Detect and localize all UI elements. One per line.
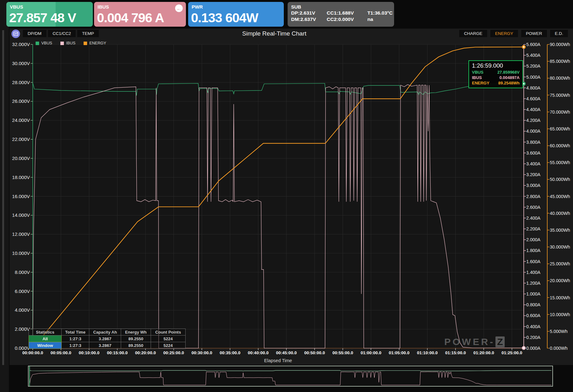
tooltip-time: 1:26:59.000 xyxy=(472,62,520,69)
tab-cc1-cc2[interactable]: CC1/CC2 xyxy=(48,30,76,37)
y-axis-label-v: 12.000V xyxy=(5,231,30,237)
y-axis-label-a: 1.400A xyxy=(526,270,540,275)
plot-area[interactable] xyxy=(33,44,524,348)
x-axis-label: 01:00:00.0 xyxy=(361,350,381,355)
stats-cell: 3.2867 xyxy=(89,342,121,349)
y-axis-label-v: 4.000V xyxy=(5,307,30,313)
x-axis-label: 00:15:00.0 xyxy=(107,350,127,355)
y-axis-label-a: 0.800A xyxy=(526,302,540,307)
y-axis-label-wh: 20.000Wh xyxy=(550,278,570,283)
stats-cell: 89.2550 xyxy=(121,336,151,342)
legend-item-vbus[interactable]: VBUS xyxy=(36,41,52,45)
x-axis-label: 00:25:00.0 xyxy=(163,350,184,355)
ibus-card-value: 0.004 796 A xyxy=(97,10,164,25)
y-axis-label-wh: 80.000Wh xyxy=(550,76,570,81)
y-axis-label-wh: 35.000Wh xyxy=(550,228,570,233)
x-axis-label: 01:20:00.0 xyxy=(473,350,494,355)
y-axis-label-v: 14.000V xyxy=(5,212,30,218)
chart-tooltip: 1:26:59.000 VBUS27.859968VIBUS0.004897AE… xyxy=(468,60,523,88)
stats-cell: 89.2550 xyxy=(121,342,151,349)
y-axis-label-a: 4.600A xyxy=(526,96,540,101)
tab-energy[interactable]: ENERGY xyxy=(490,30,518,37)
y-axis-label-v: 18.000V xyxy=(5,175,30,180)
vbus-card-label: VBUS xyxy=(10,4,23,10)
left-tab-group: DP/DMCC1/CC2TEMP xyxy=(23,30,99,37)
stats-row-label[interactable]: Window xyxy=(29,342,62,349)
x-axis-label: 00:40:00.0 xyxy=(248,350,269,355)
legend-swatch xyxy=(36,42,39,45)
x-axis-label: 00:50:00.0 xyxy=(304,350,325,355)
y-axis-label-a: 4.400A xyxy=(526,107,540,112)
legend-label: ENERGY xyxy=(89,41,106,45)
x-axis-label: 00:30:00.0 xyxy=(191,350,212,355)
chart-title: Simple Real-Time Chart xyxy=(242,30,306,37)
y-axis-label-wh: 30.000Wh xyxy=(550,244,570,249)
sub-metric-card: SUB DP:2.631VCC1:1.688VT1:36.03°C DM:2.6… xyxy=(288,2,394,27)
tab-dp-dm[interactable]: DP/DM xyxy=(23,30,46,37)
y-axis-label-wh: 55.000Wh xyxy=(550,160,570,165)
y-axis-label-a: 2.600A xyxy=(526,205,540,210)
y-axis-label-a: 5.600A xyxy=(526,42,540,47)
legend-item-energy[interactable]: ENERGY xyxy=(84,41,106,45)
legend-item-ibus[interactable]: IBUS xyxy=(60,41,75,45)
sub-value: CC1:1.688V xyxy=(327,10,367,16)
x-axis-label: 00:45:00.0 xyxy=(276,350,297,355)
sub-value: CC2:0.000V xyxy=(327,17,367,22)
power-z-app: VBUS 27.857 48 V IBUS ← 0.004 796 A PWR … xyxy=(0,0,573,392)
timeline-minimap[interactable] xyxy=(28,366,553,387)
y-axis-label-a: 5.000A xyxy=(526,75,540,80)
y-axis-label-a: 3.800A xyxy=(526,140,540,145)
y-axis-label-a: 5.200A xyxy=(526,63,540,69)
right-tab-group: CHARGEENERGYPOWERE.D. xyxy=(459,30,568,37)
sub-value: DP:2.631V xyxy=(291,10,327,16)
y-axis-label-wh: 0.000Wh xyxy=(550,346,568,351)
statistics-table: StatisticsTotal TimeCapacity AhEnergy Wh… xyxy=(29,329,186,349)
x-axis-label: 01:10:00.0 xyxy=(417,350,438,355)
y-axis-label-a: 4.200A xyxy=(526,118,540,123)
watermark-z-logo: Z xyxy=(495,336,504,347)
y-axis-label-a: 3.000A xyxy=(526,183,540,188)
tooltip-row: VBUS27.859968V xyxy=(472,70,520,75)
sub-value: na xyxy=(367,17,394,22)
y-axis-label-wh: 70.000Wh xyxy=(550,110,570,115)
y-axis-label-a: 1.000A xyxy=(526,291,540,296)
y-axis-label-a: 2.400A xyxy=(526,216,540,221)
y-axis-label-a: 3.200A xyxy=(526,172,540,177)
y-axis-label-wh: 10.000Wh xyxy=(550,312,570,317)
chart-app-icon[interactable] xyxy=(11,30,20,38)
stats-header-cell: Total Time xyxy=(62,329,89,336)
y-axis-label-a: 5.400A xyxy=(526,53,540,58)
y-axis-label-a: 4.000A xyxy=(526,129,540,134)
tab-charge[interactable]: CHARGE xyxy=(459,30,487,37)
stats-row-label[interactable]: All xyxy=(29,336,62,342)
y-axis-label-wh: 15.000Wh xyxy=(550,295,570,300)
y-axis-label-v: 30.000V xyxy=(5,61,30,66)
y-axis-label-wh: 60.000Wh xyxy=(550,143,570,148)
tab-bar: DP/DMCC1/CC2TEMP Simple Real-Time Chart … xyxy=(10,29,573,39)
y-axis-label-v: 32.000V xyxy=(5,42,30,47)
stats-cell: 3.2867 xyxy=(89,336,121,342)
y-axis-label-a: 1.200A xyxy=(526,281,540,286)
y-axis-label-v: 28.000V xyxy=(5,80,30,85)
arrow-left-circle-icon[interactable]: ← xyxy=(175,4,183,12)
x-axis-label: 00:10:00.0 xyxy=(79,350,99,355)
y-axis-label-wh: 40.000Wh xyxy=(550,211,570,216)
y-axis-label-wh: 90.000Wh xyxy=(550,42,570,47)
y-axis-label-wh: 45.000Wh xyxy=(550,194,570,199)
stats-row-window: Window1:27:33.286789.25505224 xyxy=(29,342,186,349)
y-axis-label-a: 0.200A xyxy=(526,335,540,340)
tab-temp[interactable]: TEMP xyxy=(77,30,99,37)
stats-header-cell: Statistics xyxy=(29,329,62,336)
y-axis-label-v: 2.000V xyxy=(5,326,30,332)
stats-header-cell: Count Points xyxy=(151,329,186,336)
sub-value: T1:36.03°C xyxy=(367,10,394,16)
tab-power[interactable]: POWER xyxy=(521,30,547,37)
y-axis-label-a: 0.600A xyxy=(526,313,540,318)
stats-cell: 5224 xyxy=(151,342,186,349)
stats-row-all: All1:27:33.286789.25505224 xyxy=(29,336,186,342)
stats-cell: 5224 xyxy=(151,336,186,342)
y-axis-label-wh: 25.000Wh xyxy=(550,261,570,266)
stats-header-cell: Capacity Ah xyxy=(89,329,121,336)
tab-e-d-[interactable]: E.D. xyxy=(550,30,568,37)
y-axis-label-wh: 65.000Wh xyxy=(550,126,570,131)
